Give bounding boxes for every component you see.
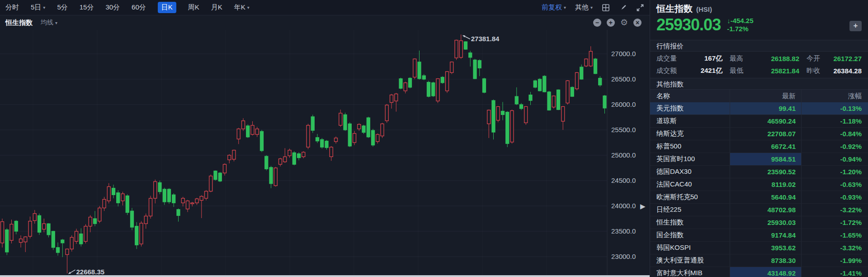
quote-value: 26172.27	[827, 55, 862, 62]
index-name: 澳大利亚普通股	[650, 256, 730, 265]
table-row[interactable]: 英国富时1009584.51-0.94%	[650, 153, 868, 166]
index-name: 恒生指数	[650, 218, 730, 227]
index-change: -1.20%	[801, 166, 868, 178]
quote-label: 成交量	[656, 54, 684, 63]
index-value: 8119.02	[730, 178, 801, 191]
table-row[interactable]: 纳斯达克22708.07-0.84%	[650, 128, 868, 140]
index-name: 韩国KOSPI	[650, 244, 730, 252]
panel-collapse-handle[interactable]: ▶	[640, 202, 646, 210]
table-body: 美元指数99.41-0.13%道琼斯46590.24-1.18%纳斯达克2270…	[650, 102, 868, 277]
quote-label: 昨收	[807, 67, 827, 75]
quote-label: 今开	[807, 54, 827, 63]
period-tab-月K[interactable]: 月K	[211, 3, 222, 12]
index-name: 法国CAC40	[650, 180, 730, 189]
table-row[interactable]: 恒生指数25930.03-1.72%	[650, 216, 868, 229]
chart-symbol-label: 恒生指数	[5, 19, 33, 27]
layout-grid-icon[interactable]	[602, 4, 610, 12]
index-name: 纳斯达克	[650, 129, 730, 138]
period-tab-日K[interactable]: 日K	[158, 2, 176, 13]
chevron-down-icon: ▾	[43, 5, 45, 10]
period-tab-15分[interactable]: 15分	[80, 3, 94, 12]
table-row[interactable]: 标普5006672.41-0.92%	[650, 140, 868, 153]
trading-app: 分时5日▾5分15分30分60分日K周K月K年K▾ 前复权 ▾ 其他 ▾	[0, 0, 868, 277]
table-row[interactable]: 韩国KOSPI3953.62-3.32%	[650, 242, 868, 254]
index-name: 国企指数	[650, 231, 730, 239]
zoom-in-icon[interactable]: +	[607, 19, 615, 27]
fullscreen-icon[interactable]	[636, 4, 644, 12]
index-change: -3.32%	[801, 242, 868, 254]
index-change: -0.13%	[801, 102, 868, 115]
zoom-out-icon[interactable]: −	[593, 19, 601, 27]
other-label: 其他	[575, 3, 589, 12]
index-value: 23590.52	[730, 166, 801, 178]
period-tab-30分[interactable]: 30分	[105, 3, 120, 12]
column-header[interactable]: 最新	[730, 90, 801, 102]
table-row[interactable]: 国企指数9174.84-1.65%	[650, 229, 868, 242]
change-value: ↓-454.25	[727, 17, 753, 25]
period-tab-年K[interactable]: 年K▾	[234, 3, 250, 12]
symbol-title: 恒生指数 (HSI)	[656, 3, 862, 15]
period-tab-60分[interactable]: 60分	[132, 3, 146, 12]
index-value: 25930.03	[730, 216, 801, 229]
table-row[interactable]: 富时意大利MIB43148.92-1.41%	[650, 267, 868, 277]
period-toolbar: 分时5日▾5分15分30分60分日K周K月K年K▾ 前复权 ▾ 其他 ▾	[0, 0, 650, 15]
chevron-down-icon: ▾	[564, 5, 566, 10]
high-annotation: 27381.84	[471, 35, 500, 43]
ma-dropdown[interactable]: 均线 ▾	[41, 19, 57, 27]
quote-value: 26188.82	[750, 55, 799, 62]
table-row[interactable]: 道琼斯46590.24-1.18%	[650, 115, 868, 128]
index-value: 22708.07	[730, 128, 801, 140]
index-change: -0.92%	[801, 140, 868, 153]
chart-tools: − + ⚙ ×	[593, 19, 644, 27]
period-tab-周K[interactable]: 周K	[188, 3, 199, 12]
down-arrow-icon: ↓	[727, 17, 731, 24]
index-name: 日经225	[650, 205, 730, 214]
index-change: -0.94%	[801, 153, 868, 165]
column-header[interactable]: 涨幅	[801, 90, 868, 102]
adjust-mode-dropdown[interactable]: 前复权 ▾	[542, 3, 566, 12]
table-row[interactable]: 美元指数99.41-0.13%	[650, 102, 868, 115]
add-to-watchlist-button[interactable]: +	[849, 21, 862, 31]
candlestick-chart[interactable]: 27381.8422668.35 27000.026500.026000.025…	[0, 30, 650, 277]
index-name: 德国DAX30	[650, 167, 730, 176]
low-annotation: 22668.35	[76, 268, 105, 276]
index-name: 富时意大利MIB	[650, 269, 730, 277]
draw-brush-icon[interactable]	[619, 4, 627, 12]
chevron-down-icon: ▾	[55, 20, 57, 25]
table-row[interactable]: 欧洲斯托克505640.94-0.93%	[650, 191, 868, 204]
symbol-code: (HSI)	[696, 5, 712, 13]
gear-icon[interactable]: ⚙	[620, 19, 628, 27]
quote-label: 最高	[730, 54, 750, 63]
period-tab-分时[interactable]: 分时	[5, 3, 19, 12]
index-value: 5640.94	[730, 191, 801, 203]
table-header: 名称最新涨幅	[650, 90, 868, 102]
quote-label: 成交额	[656, 67, 684, 75]
other-dropdown[interactable]: 其他 ▾	[575, 3, 593, 12]
index-name: 道琼斯	[650, 117, 730, 125]
quote-grid: 成交量167亿最高26188.82今开26172.27成交额2421亿最低258…	[650, 52, 868, 78]
index-change: -0.84%	[801, 128, 868, 140]
index-change: -1.41%	[801, 267, 868, 277]
quote-row: 成交量167亿最高26188.82今开26172.27	[656, 53, 862, 65]
symbol-name: 恒生指数	[656, 3, 693, 15]
chart-header-bar: 恒生指数 均线 ▾ − + ⚙ ×	[0, 15, 650, 30]
index-change: -1.65%	[801, 229, 868, 241]
indices-table: 名称最新涨幅 美元指数99.41-0.13%道琼斯46590.24-1.18%纳…	[650, 90, 868, 277]
index-value: 6672.41	[730, 140, 801, 153]
toolbar-right: 前复权 ▾ 其他 ▾	[542, 3, 644, 12]
price-row: 25930.03 ↓-454.25 -1.72%	[656, 16, 862, 34]
close-icon[interactable]: ×	[633, 19, 642, 27]
index-change: -1.99%	[801, 254, 868, 267]
chart-scrollbar[interactable]	[0, 275, 650, 277]
table-row[interactable]: 法国CAC408119.02-0.63%	[650, 178, 868, 191]
table-row[interactable]: 澳大利亚普通股8738.30-1.99%	[650, 254, 868, 267]
table-row[interactable]: 德国DAX3023590.52-1.20%	[650, 166, 868, 178]
ma-label: 均线	[41, 19, 53, 27]
column-header[interactable]: 名称	[650, 92, 730, 100]
table-row[interactable]: 日经22548702.98-3.22%	[650, 204, 868, 216]
period-tab-5日[interactable]: 5日▾	[31, 3, 45, 12]
period-tab-5分[interactable]: 5分	[57, 3, 67, 12]
price-change: ↓-454.25 -1.72%	[727, 17, 753, 33]
chevron-down-icon: ▾	[247, 5, 250, 10]
index-value: 48702.98	[730, 204, 801, 216]
